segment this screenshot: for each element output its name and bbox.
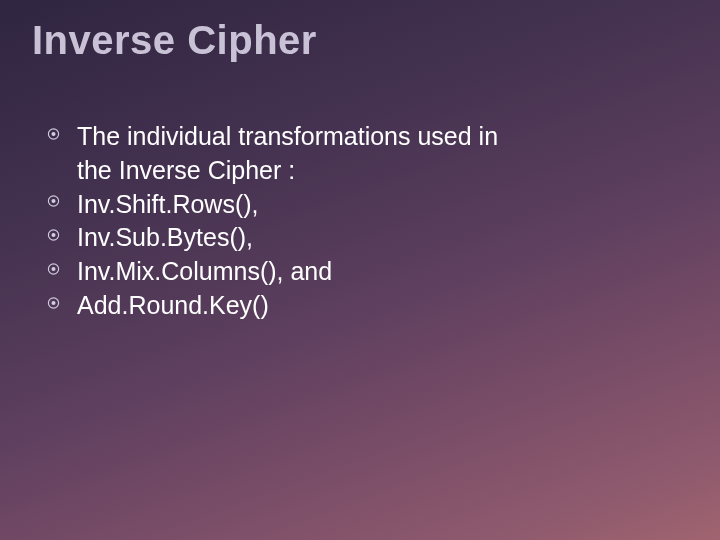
bullet-target-icon <box>47 296 60 309</box>
svg-point-5 <box>51 233 55 237</box>
bullet-text-continuation: the Inverse Cipher : <box>77 154 670 188</box>
bullet-target-icon <box>47 229 60 242</box>
svg-point-9 <box>51 300 55 304</box>
svg-point-1 <box>51 132 55 136</box>
bullet-item: Inv.Mix.Columns(), and <box>45 255 670 289</box>
bullet-text: The individual transformations used in <box>77 122 498 150</box>
bullet-text: Inv.Shift.Rows(), <box>77 190 259 218</box>
slide-content: The individual transformations used in t… <box>45 120 670 323</box>
bullet-target-icon <box>47 195 60 208</box>
bullet-text: Add.Round.Key() <box>77 291 269 319</box>
bullet-target-icon <box>47 262 60 275</box>
bullet-item: The individual transformations used in <box>45 120 670 154</box>
bullet-item: Add.Round.Key() <box>45 289 670 323</box>
bullet-item: Inv.Shift.Rows(), <box>45 188 670 222</box>
bullet-text: Inv.Mix.Columns(), and <box>77 257 332 285</box>
bullet-item: Inv.Sub.Bytes(), <box>45 221 670 255</box>
bullet-target-icon <box>47 127 60 140</box>
slide-title: Inverse Cipher <box>32 18 317 63</box>
bullet-text: Inv.Sub.Bytes(), <box>77 223 253 251</box>
svg-point-3 <box>51 199 55 203</box>
svg-point-7 <box>51 267 55 271</box>
slide: Inverse Cipher The individual transforma… <box>0 0 720 540</box>
